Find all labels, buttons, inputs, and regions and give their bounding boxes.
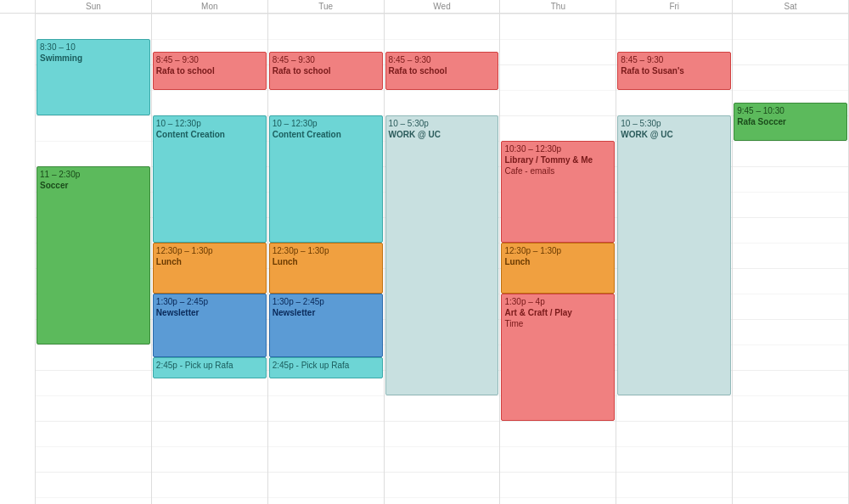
half-hour-line — [268, 446, 384, 447]
event-4-2[interactable]: 1:30p – 4pArt & Craft / PlayTime — [501, 294, 615, 421]
event-title: Rafa to school — [389, 65, 496, 76]
event-title: Lunch — [156, 256, 263, 267]
half-hour-line — [36, 141, 151, 142]
event-time: 9:45 – 10:30 — [737, 105, 844, 116]
day-column-mon: Mon8:45 – 9:30Rafa to school10 – 12:30pC… — [152, 0, 268, 504]
event-0-1[interactable]: 11 – 2:30pSoccer — [37, 166, 150, 344]
event-1-0[interactable]: 8:45 – 9:30Rafa to school — [153, 52, 267, 90]
hour-line — [616, 14, 732, 14]
half-hour-line — [268, 395, 384, 396]
event-time: 2:45p - Pick up Rafa — [273, 360, 380, 371]
hour-line — [616, 421, 732, 422]
hour-line — [733, 217, 848, 218]
hour-line — [733, 14, 848, 14]
day-body-mon: 8:45 – 9:30Rafa to school10 – 12:30pCont… — [152, 14, 267, 504]
day-body-sat: 9:45 – 10:30Rafa Soccer6p - PIZZA / PIE … — [733, 14, 848, 504]
hour-line — [733, 166, 848, 167]
calendar: 8am9am10am11am12pm1pm2pm3pm4pm5pm6pm7pm8… — [0, 0, 849, 504]
event-5-1[interactable]: 10 – 5:30pWORK @ UC — [617, 115, 731, 395]
half-hour-line — [36, 395, 151, 396]
half-hour-line — [36, 497, 151, 498]
event-2-2[interactable]: 12:30p – 1:30pLunch — [269, 243, 383, 294]
half-hour-line — [152, 39, 267, 40]
half-hour-line — [733, 39, 848, 40]
half-hour-line — [268, 90, 384, 91]
event-6-0[interactable]: 9:45 – 10:30Rafa Soccer — [734, 103, 847, 141]
hour-line — [152, 472, 267, 473]
event-time: 8:45 – 9:30 — [156, 54, 263, 65]
hour-line — [36, 115, 151, 116]
half-hour-line — [152, 446, 267, 447]
half-hour-line — [733, 344, 848, 345]
hour-line — [268, 14, 384, 14]
day-column-tue: Tue8:45 – 9:30Rafa to school10 – 12:30pC… — [268, 0, 385, 504]
event-time: 10 – 12:30p — [156, 118, 263, 129]
event-title: Newsletter — [156, 307, 263, 318]
half-hour-line — [268, 497, 384, 498]
event-time: 8:30 – 10 — [40, 42, 147, 53]
event-1-3[interactable]: 1:30p – 2:45pNewsletter — [153, 294, 267, 357]
event-4-0[interactable]: 10:30 – 12:30pLibrary / Tommy & MeCafe -… — [501, 141, 615, 243]
event-time: 10 – 5:30p — [389, 118, 496, 129]
event-2-1[interactable]: 10 – 12:30pContent Creation — [269, 115, 383, 243]
half-hour-line — [616, 39, 732, 40]
hour-line — [500, 14, 616, 14]
event-time: 1:30p – 4p — [504, 296, 611, 307]
event-title: Rafa to Susan's — [621, 65, 728, 76]
event-2-3[interactable]: 1:30p – 2:45pNewsletter — [269, 294, 383, 357]
half-hour-line — [500, 90, 616, 91]
event-title: WORK @ UC — [621, 129, 728, 140]
day-body-thu: 10:30 – 12:30pLibrary / Tommy & MeCafe -… — [500, 14, 616, 504]
time-column: 8am9am10am11am12pm1pm2pm3pm4pm5pm6pm7pm8… — [0, 0, 36, 504]
hour-line — [152, 14, 267, 14]
hour-line — [385, 472, 500, 473]
event-title: Lunch — [504, 256, 611, 267]
event-time: 12:30p – 1:30p — [156, 245, 263, 256]
event-title: Rafa to school — [273, 65, 380, 76]
event-4-1[interactable]: 12:30p – 1:30pLunch — [501, 243, 615, 294]
event-3-1[interactable]: 10 – 5:30pWORK @ UC — [385, 115, 499, 395]
event-2-4[interactable]: 2:45p - Pick up Rafa — [269, 357, 383, 378]
event-time: 10 – 5:30p — [621, 118, 728, 129]
event-title: Soccer — [40, 180, 147, 191]
event-time: 12:30p – 1:30p — [273, 245, 380, 256]
hour-line — [385, 14, 500, 14]
event-time: 11 – 2:30p — [40, 169, 147, 180]
day-column-fri: Fri8:45 – 9:30Rafa to Susan's10 – 5:30pW… — [616, 0, 733, 504]
event-title: Swimming — [40, 53, 147, 64]
event-title: Art & Craft / Play — [504, 307, 611, 318]
day-body-tue: 8:45 – 9:30Rafa to school10 – 12:30pCont… — [268, 14, 384, 504]
event-title: Time — [504, 318, 611, 329]
half-hour-line — [500, 39, 616, 40]
day-header-mon: Mon — [152, 0, 267, 14]
half-hour-line — [152, 497, 267, 498]
half-hour-line — [733, 294, 848, 294]
event-time: 1:30p – 2:45p — [156, 296, 263, 307]
hour-line — [733, 472, 848, 473]
half-hour-line — [152, 90, 267, 91]
half-hour-line — [152, 395, 267, 396]
half-hour-line — [268, 39, 384, 40]
hour-line — [500, 421, 616, 422]
half-hour-line — [385, 446, 500, 447]
event-1-2[interactable]: 12:30p – 1:30pLunch — [153, 243, 267, 294]
half-hour-line — [733, 497, 848, 498]
event-3-0[interactable]: 8:45 – 9:30Rafa to school — [385, 52, 499, 90]
day-header-sun: Sun — [36, 0, 151, 14]
event-time: 10:30 – 12:30p — [504, 143, 611, 154]
event-title: Cafe - emails — [504, 165, 611, 176]
event-title: Newsletter — [273, 307, 380, 318]
day-column-thu: Thu10:30 – 12:30pLibrary / Tommy & MeCaf… — [500, 0, 616, 504]
event-title: WORK @ UC — [389, 129, 496, 140]
hour-line — [500, 64, 616, 65]
event-2-0[interactable]: 8:45 – 9:30Rafa to school — [269, 52, 383, 90]
event-1-1[interactable]: 10 – 12:30pContent Creation — [153, 115, 267, 243]
day-body-fri: 8:45 – 9:30Rafa to Susan's10 – 5:30pWORK… — [616, 14, 732, 504]
hour-line — [36, 370, 151, 371]
event-1-4[interactable]: 2:45p - Pick up Rafa — [153, 357, 267, 378]
half-hour-line — [385, 395, 500, 396]
event-0-0[interactable]: 8:30 – 10Swimming — [37, 39, 150, 115]
day-body-sun: 8:30 – 10Swimming11 – 2:30pSoccer6p - GN… — [36, 14, 151, 504]
event-5-0[interactable]: 8:45 – 9:30Rafa to Susan's — [617, 52, 731, 90]
event-title: Content Creation — [156, 129, 263, 140]
